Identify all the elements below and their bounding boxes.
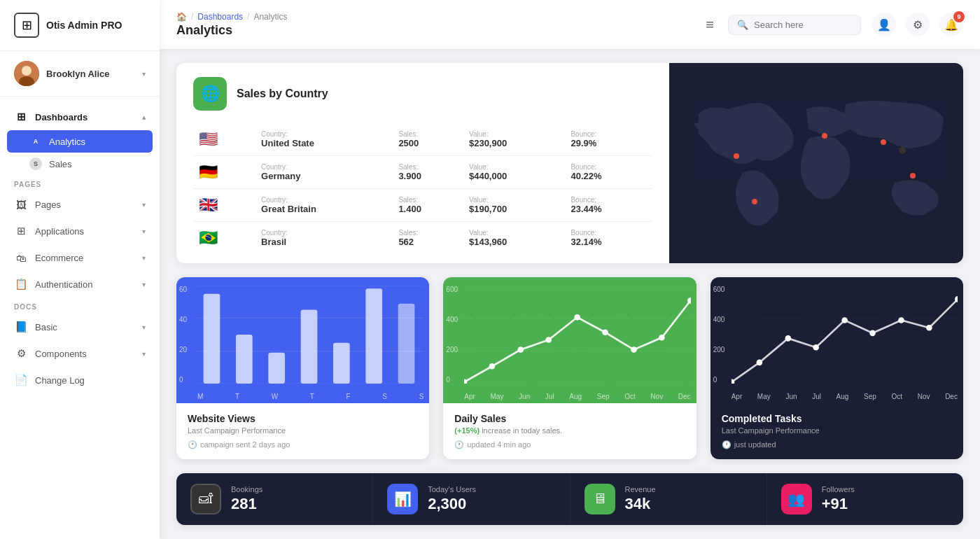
website-views-y-labels: 60 40 20 0 — [176, 286, 187, 384]
flag-icon: 🇧🇷 — [199, 229, 218, 246]
line-chart-svg-dark — [732, 286, 958, 384]
sidebar-item-pages[interactable]: 🖼 Pages ▾ — [0, 191, 160, 218]
gear-icon: ⚙ — [913, 18, 923, 31]
sidebar-sub-sales[interactable]: S Sales — [0, 153, 160, 175]
search-box[interactable]: 🔍 — [728, 15, 861, 35]
stat-followers: 👥 Followers +91 — [767, 473, 963, 525]
world-map-section — [669, 63, 963, 263]
dashboards-icon: ⊞ — [14, 110, 28, 124]
flag-icon: 🇩🇪 — [199, 163, 218, 181]
clock-icon-3: 🕐 — [722, 440, 732, 449]
svg-rect-8 — [236, 335, 253, 384]
svg-point-34 — [813, 344, 819, 351]
changelog-label: Change Log — [35, 375, 146, 386]
logo-icon: ⊞ — [14, 13, 39, 38]
sidebar-item-applications[interactable]: ⊞ Applications ▾ — [0, 218, 160, 244]
sidebar-item-dashboards[interactable]: ⊞ Dashboards ▴ — [0, 104, 160, 130]
card-header: 🌐 Sales by Country — [193, 77, 652, 111]
svg-rect-13 — [398, 304, 415, 384]
breadcrumb: 🏠 / Dashboards / Analytics Analytics — [176, 12, 692, 38]
home-icon: 🏠 — [176, 12, 187, 22]
completed-tasks-chart-area — [732, 286, 958, 384]
components-chevron-icon: ▾ — [142, 350, 146, 358]
sidebar-sub-analytics[interactable]: A Analytics — [7, 130, 153, 153]
svg-rect-11 — [333, 343, 350, 384]
pages-icon: 🖼 — [14, 197, 28, 211]
main-area: 🏠 / Dashboards / Analytics Analytics ≡ 🔍… — [160, 0, 980, 539]
chart-cards-row: 60 40 20 0 — [176, 277, 963, 459]
revenue-value: 34k — [625, 495, 656, 513]
users-icon-box: 📊 — [387, 484, 418, 514]
sidebar-item-components[interactable]: ⚙ Components ▾ — [0, 340, 160, 367]
website-views-subtitle: Last Campaign Performance — [188, 426, 418, 435]
website-views-chart-area — [197, 286, 424, 384]
applications-label: Applications — [35, 226, 135, 237]
world-map-svg — [669, 63, 963, 263]
users-value: 2,300 — [428, 495, 476, 513]
globe-icon-box: 🌐 — [193, 77, 227, 111]
menu-toggle-button[interactable]: ≡ — [703, 14, 717, 36]
svg-point-21 — [546, 337, 552, 343]
website-views-card: 60 40 20 0 — [176, 277, 429, 459]
sidebar-item-ecommerce[interactable]: 🛍 Ecommerce ▾ — [0, 244, 160, 271]
user-name: Brooklyn Alice — [46, 69, 135, 79]
ecommerce-chevron-icon: ▾ — [142, 254, 146, 262]
basic-label: Basic — [35, 322, 135, 332]
sidebar-item-changelog[interactable]: 📄 Change Log — [0, 367, 160, 393]
website-views-title: Website Views — [188, 413, 418, 424]
authentication-icon: 📋 — [14, 277, 28, 291]
svg-point-23 — [603, 329, 609, 335]
svg-point-20 — [518, 346, 524, 353]
pages-label: Pages — [35, 200, 135, 210]
revenue-icon-box: 🖥 — [584, 484, 615, 514]
logo-text: Otis Admin PRO — [46, 20, 122, 31]
bookings-text: Bookings 281 — [231, 485, 262, 513]
table-row: 🇧🇷 Country:Brasil Sales:562 Value:$143,9… — [193, 222, 652, 255]
ecommerce-icon: 🛍 — [14, 251, 28, 265]
svg-point-24 — [631, 346, 638, 353]
table-row: 🇬🇧 Country:Great Britain Sales:1.400 Val… — [193, 189, 652, 222]
breadcrumb-path: 🏠 / Dashboards / Analytics — [176, 12, 692, 22]
authentication-chevron-icon: ▾ — [142, 281, 146, 288]
search-icon: 🔍 — [737, 20, 748, 30]
followers-value: +91 — [822, 495, 855, 513]
completed-tasks-meta: 🕐 just updated — [722, 440, 952, 449]
pages-section-label: PAGES — [0, 175, 160, 191]
avatar — [14, 61, 39, 86]
revenue-text: Revenue 34k — [625, 485, 656, 513]
svg-point-38 — [926, 325, 932, 331]
daily-sales-chart: 600 400 200 0 — [443, 277, 696, 403]
pages-chevron-icon: ▾ — [142, 201, 146, 209]
search-input[interactable] — [754, 20, 852, 30]
sidebar-sub-sales-label: Sales — [49, 159, 72, 169]
applications-icon: ⊞ — [14, 224, 28, 238]
completed-tasks-y-labels: 600 400 200 0 — [710, 286, 725, 384]
sidebar-item-basic[interactable]: 📘 Basic ▾ — [0, 314, 160, 340]
svg-point-32 — [756, 359, 762, 365]
breadcrumb-dashboards[interactable]: Dashboards — [197, 12, 243, 22]
sidebar-user[interactable]: Brooklyn Alice ▾ — [0, 51, 160, 97]
table-row: 🇺🇸 Country:United State Sales:2500 Value… — [193, 123, 652, 156]
profile-button[interactable]: 👤 — [872, 13, 896, 36]
users-text: Today's Users 2,300 — [428, 485, 476, 513]
sidebar-item-authentication[interactable]: 📋 Authentication ▾ — [0, 271, 160, 298]
website-views-info: Website Views Last Campaign Performance … — [176, 403, 429, 459]
map-dot-brazil — [752, 199, 757, 204]
daily-sales-meta: 🕐 updated 4 min ago — [454, 440, 685, 449]
content-area: 🌐 Sales by Country 🇺🇸 Country:United Sta… — [160, 49, 980, 539]
sales-letter: S — [29, 158, 42, 170]
docs-section-label: DOCS — [0, 298, 160, 314]
sidebar-nav: ⊞ Dashboards ▴ A Analytics S Sales PAGES… — [0, 97, 160, 539]
map-dot-asia3 — [899, 147, 906, 154]
daily-sales-chart-area — [464, 286, 690, 384]
stat-bookings: 🛋 Bookings 281 — [176, 473, 373, 525]
completed-tasks-info: Completed Tasks Last Campaign Performanc… — [710, 403, 963, 459]
settings-button[interactable]: ⚙ — [906, 13, 930, 36]
bottom-stats-row: 🛋 Bookings 281 📊 Today's Users 2,300 🖥 R… — [176, 473, 963, 525]
line-chart-svg-green — [464, 286, 690, 384]
notification-badge: 9 — [953, 11, 965, 22]
notifications-button[interactable]: 🔔 9 — [939, 13, 963, 36]
svg-point-1 — [22, 66, 31, 76]
topbar-actions: 👤 ⚙ 🔔 9 — [872, 13, 963, 36]
daily-sales-y-labels: 600 400 200 0 — [443, 286, 458, 384]
